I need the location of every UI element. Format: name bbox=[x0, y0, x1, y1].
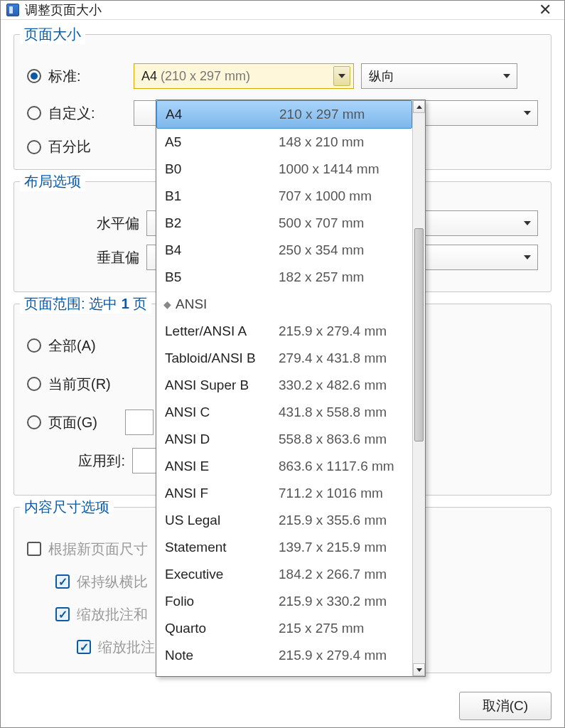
scrollbar-thumb[interactable] bbox=[414, 228, 424, 441]
check-resize-label: 根据新页面尺寸 bbox=[48, 540, 148, 559]
panel-title-page-range: 页面范围: 选中 1 页 bbox=[20, 294, 151, 314]
close-icon[interactable]: ✕ bbox=[532, 1, 559, 19]
dialog-window: 调整页面大小 ✕ 页面大小 标准: A4 (210 x 297 mm) 纵向 bbox=[0, 0, 565, 728]
dropdown-item[interactable]: B5182 x 257 mm bbox=[156, 264, 412, 291]
window-title: 调整页面大小 bbox=[25, 1, 102, 18]
combo-standard-dims: (210 x 297 mm) bbox=[157, 69, 250, 83]
check-keep-aspect[interactable] bbox=[55, 574, 70, 589]
check-scale-annot[interactable] bbox=[55, 607, 70, 621]
dialog-body: 页面大小 标准: A4 (210 x 297 mm) 纵向 bbox=[1, 20, 564, 686]
dropdown-item[interactable]: Note215.9 x 279.4 mm bbox=[156, 642, 412, 669]
scrollbar[interactable] bbox=[412, 100, 425, 676]
radio-all-label: 全部(A) bbox=[48, 336, 119, 355]
combo-standard-name: A4 bbox=[141, 69, 157, 83]
dropdown-page-sizes[interactable]: A4210 x 297 mmA5148 x 210 mmB01000 x 141… bbox=[156, 100, 426, 677]
radio-percent[interactable] bbox=[27, 140, 41, 154]
panel-title-layout: 布局选项 bbox=[20, 172, 85, 191]
dropdown-group-header: ◆ANSI bbox=[156, 291, 412, 318]
dialog-footer: 取消(C) bbox=[1, 686, 564, 728]
dropdown-list: A4210 x 297 mmA5148 x 210 mmB01000 x 141… bbox=[156, 100, 412, 676]
radio-standard[interactable] bbox=[27, 69, 41, 83]
chevron-down-icon[interactable] bbox=[520, 111, 534, 115]
radio-pages[interactable] bbox=[27, 415, 41, 429]
v-offset-label: 垂直偏 bbox=[84, 248, 146, 267]
cancel-button[interactable]: 取消(C) bbox=[459, 692, 551, 720]
app-icon bbox=[6, 4, 19, 16]
chevron-down-icon[interactable] bbox=[500, 74, 514, 78]
check-scale-annot-2[interactable] bbox=[77, 640, 91, 654]
dropdown-item[interactable]: ANSI E863.6 x 1117.6 mm bbox=[156, 453, 412, 480]
dropdown-item[interactable]: B01000 x 1414 mm bbox=[156, 156, 412, 183]
dropdown-item[interactable]: B1707 x 1000 mm bbox=[156, 183, 412, 210]
dropdown-item[interactable]: ANSI Super B330.2 x 482.6 mm bbox=[156, 372, 412, 399]
check-resize-to-page[interactable] bbox=[27, 542, 41, 556]
radio-custom-label: 自定义: bbox=[48, 104, 119, 123]
combo-orientation[interactable]: 纵向 bbox=[361, 63, 517, 89]
scroll-down-icon[interactable] bbox=[413, 663, 425, 676]
dropdown-item[interactable]: ANSI D558.8 x 863.6 mm bbox=[156, 426, 412, 453]
chevron-down-icon[interactable] bbox=[520, 255, 534, 259]
radio-standard-label: 标准: bbox=[48, 67, 119, 86]
apply-to-label: 应用到: bbox=[70, 451, 132, 471]
dropdown-item[interactable]: A4210 x 297 mm bbox=[156, 100, 412, 129]
dropdown-item[interactable]: B4250 x 354 mm bbox=[156, 237, 412, 264]
dropdown-item[interactable]: US Legal215.9 x 355.6 mm bbox=[156, 507, 412, 534]
dropdown-item[interactable]: ANSI F711.2 x 1016 mm bbox=[156, 480, 412, 507]
dropdown-item[interactable]: Folio215.9 x 330.2 mm bbox=[156, 588, 412, 615]
check-scale-annot-label: 缩放批注和 bbox=[77, 605, 148, 624]
check-scale-annot-2-label: 缩放批注 bbox=[98, 638, 155, 657]
input-pages[interactable] bbox=[125, 410, 154, 435]
chevron-down-icon[interactable] bbox=[333, 66, 350, 86]
radio-current-label: 当前页(R) bbox=[48, 375, 119, 394]
radio-percent-label: 百分比 bbox=[48, 137, 119, 156]
dropdown-item[interactable]: ANSI C431.8 x 558.8 mm bbox=[156, 399, 412, 426]
dropdown-item[interactable]: Letter/ANSI A215.9 x 279.4 mm bbox=[156, 318, 412, 345]
radio-custom[interactable] bbox=[27, 106, 41, 120]
panel-title-content-size: 内容尺寸选项 bbox=[20, 498, 114, 517]
dropdown-item[interactable]: B2500 x 707 mm bbox=[156, 210, 412, 237]
radio-pages-label: 页面(G) bbox=[48, 413, 119, 432]
titlebar: 调整页面大小 ✕ bbox=[1, 1, 564, 20]
radio-all-pages[interactable] bbox=[27, 338, 41, 353]
combo-orientation-value: 纵向 bbox=[369, 68, 500, 85]
dropdown-item[interactable]: Tabloid/ANSI B279.4 x 431.8 mm bbox=[156, 345, 412, 372]
h-offset-label: 水平偏 bbox=[84, 214, 146, 233]
combo-standard-size[interactable]: A4 (210 x 297 mm) bbox=[134, 63, 354, 89]
dropdown-item[interactable]: Quarto215 x 275 mm bbox=[156, 615, 412, 642]
dropdown-item[interactable]: Statement139.7 x 215.9 mm bbox=[156, 534, 412, 561]
chevron-down-icon[interactable] bbox=[520, 221, 534, 225]
scroll-up-icon[interactable] bbox=[413, 100, 425, 113]
check-aspect-label: 保持纵横比 bbox=[77, 572, 148, 592]
dropdown-item[interactable]: Executive184.2 x 266.7 mm bbox=[156, 561, 412, 588]
radio-current-page[interactable] bbox=[27, 377, 41, 391]
dropdown-item[interactable]: A5148 x 210 mm bbox=[156, 129, 412, 156]
panel-title-page-size: 页面大小 bbox=[20, 25, 85, 44]
